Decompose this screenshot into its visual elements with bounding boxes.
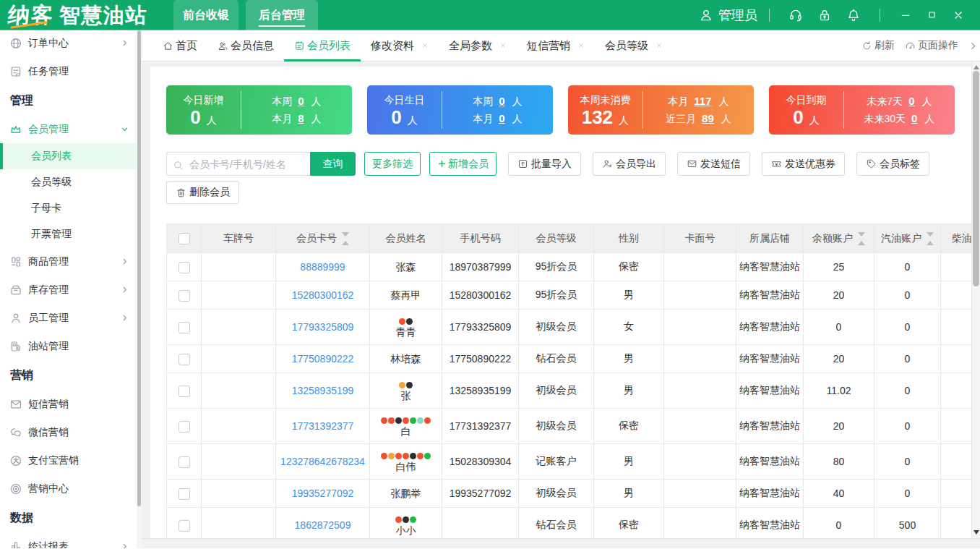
sidebar-item[interactable]: 库存管理 xyxy=(0,276,137,304)
sidebar-subitem[interactable]: 会员等级 xyxy=(0,169,137,195)
window-minimize-button[interactable] xyxy=(900,9,911,21)
window-close-button[interactable] xyxy=(953,9,964,21)
member-tag-dot xyxy=(399,382,405,388)
cell-phone: 17793325809 xyxy=(450,321,512,333)
sidebar-subitem[interactable]: 开票管理 xyxy=(0,221,137,247)
sidebar-subitem[interactable]: 会员列表 xyxy=(0,143,137,169)
scrollbar-thumb[interactable] xyxy=(973,71,979,286)
card-row-value[interactable]: 0 xyxy=(499,95,504,107)
sidebar-item[interactable]: 微信营销 xyxy=(0,418,137,446)
sidebar-item[interactable]: 员工管理 xyxy=(0,304,137,332)
notifications-button[interactable] xyxy=(846,8,861,22)
window-maximize-button[interactable] xyxy=(927,10,937,20)
member-tags-button[interactable]: 会员标签 xyxy=(856,152,929,176)
row-checkbox[interactable] xyxy=(179,456,190,468)
row-checkbox[interactable] xyxy=(179,421,190,433)
lock-screen-button[interactable] xyxy=(817,8,832,22)
search-input[interactable] xyxy=(166,152,310,176)
horizontal-scrollbar[interactable] xyxy=(142,538,980,548)
member-card-link[interactable]: 15280300162 xyxy=(292,289,354,301)
tab-label: 首页 xyxy=(176,39,197,53)
export-members-button[interactable]: 会员导出 xyxy=(593,152,666,176)
member-card-link[interactable]: 13258935199 xyxy=(292,385,354,396)
topnav-item-backend[interactable]: 后台管理 xyxy=(246,0,318,30)
more-filters-button[interactable]: 更多筛选 xyxy=(364,152,421,176)
sort-icon[interactable] xyxy=(342,232,349,245)
card-row-value[interactable]: 0 xyxy=(908,95,914,107)
refresh-button[interactable]: 刷新 xyxy=(861,39,895,52)
card-row-value[interactable]: 89 xyxy=(702,112,714,124)
card-row-value[interactable]: 0 xyxy=(298,95,304,107)
sidebar-item[interactable]: 营销中心 xyxy=(0,474,137,503)
tab-close-button[interactable] xyxy=(577,42,585,49)
delete-member-button[interactable]: 删除会员 xyxy=(166,181,239,204)
page-actions-button[interactable]: 页面操作 xyxy=(905,39,958,52)
sidebar-item[interactable]: 任务管理 xyxy=(0,57,137,85)
row-checkbox[interactable] xyxy=(179,520,190,532)
trash-icon xyxy=(176,187,186,198)
scroll-up-arrow[interactable] xyxy=(973,65,979,69)
send-coupon-button[interactable]: 发送优惠券 xyxy=(762,152,845,176)
sort-icon[interactable] xyxy=(858,232,865,245)
scroll-down-arrow[interactable] xyxy=(973,530,979,535)
member-card-link[interactable]: 17750890222 xyxy=(292,353,354,365)
user-menu[interactable]: 管理员 xyxy=(699,7,757,24)
tab-member-info[interactable]: 会员信息 xyxy=(207,30,284,61)
sidebar-scrollbar[interactable] xyxy=(137,30,142,548)
search-button[interactable]: 查询 xyxy=(310,152,356,176)
tab-close-button[interactable] xyxy=(421,42,429,49)
row-checkbox[interactable] xyxy=(179,386,190,397)
send-sms-button[interactable]: 发送短信 xyxy=(677,152,750,176)
row-checkbox[interactable] xyxy=(179,290,190,302)
member-card-link[interactable]: 123278642678234 xyxy=(280,456,365,467)
card-row-value[interactable]: 8 xyxy=(298,112,304,124)
member-card-link[interactable]: 19935277092 xyxy=(292,488,354,499)
tab-member-list[interactable]: 会员列表 xyxy=(284,30,361,61)
row-checkbox[interactable] xyxy=(179,262,190,273)
sort-icon[interactable] xyxy=(927,232,934,245)
card-row-value[interactable]: 0 xyxy=(911,112,917,124)
row-checkbox[interactable] xyxy=(179,322,190,333)
sidebar-item[interactable]: 订单中心 xyxy=(0,30,137,57)
sidebar-item-label: 支付宝营销 xyxy=(28,454,79,467)
tabbar-chevron-right[interactable] xyxy=(968,41,978,51)
sidebar-item[interactable]: 支付宝营销 xyxy=(0,446,137,474)
column-header-balance: 余额账户 xyxy=(812,232,853,245)
row-checkbox[interactable] xyxy=(179,488,190,500)
sidebar-item[interactable]: 油站管理 xyxy=(0,332,137,360)
content-area: 今日新增 0人 本周0人 本月8人 今日生日 0人 本周0人 本月0人 本周未消… xyxy=(142,61,971,538)
close-icon xyxy=(953,9,964,21)
tab-close-button[interactable] xyxy=(656,42,663,49)
cell-gender: 男 xyxy=(624,289,634,300)
select-all-checkbox[interactable] xyxy=(179,233,190,244)
tab-home[interactable]: 首页 xyxy=(152,30,207,61)
member-card-link[interactable]: 88889999 xyxy=(300,261,345,273)
vertical-scrollbar[interactable] xyxy=(971,61,980,538)
sidebar-item[interactable]: 商品管理 xyxy=(0,247,137,276)
lock-icon xyxy=(817,8,832,22)
tab-global-params[interactable]: 全局参数 xyxy=(439,30,517,61)
cell-gasoline: 0 xyxy=(905,420,911,432)
sidebar-item[interactable]: 短信营销 xyxy=(0,390,137,418)
column-header-phone: 手机号码 xyxy=(460,232,501,245)
tab-member-level[interactable]: 会员等级 xyxy=(595,30,673,61)
batch-import-button[interactable]: 批量导入 xyxy=(508,152,581,176)
card-row-value[interactable]: 0 xyxy=(499,112,504,124)
sidebar-item[interactable]: 统计报表 xyxy=(0,532,137,548)
card-row-value[interactable]: 117 xyxy=(694,95,711,107)
member-card-link[interactable]: 1862872509 xyxy=(295,519,351,531)
sidebar-subitem[interactable]: 子母卡 xyxy=(0,195,137,221)
topnav-item-frontdesk[interactable]: 前台收银 xyxy=(173,0,238,30)
cell-gasoline: 0 xyxy=(905,456,911,467)
add-member-button[interactable]: 新增会员 xyxy=(429,152,497,176)
tab-edit-profile[interactable]: 修改资料 xyxy=(361,30,439,61)
member-card-link[interactable]: 17731392377 xyxy=(292,420,354,432)
tab-sms-marketing[interactable]: 短信营销 xyxy=(517,30,595,61)
support-button[interactable] xyxy=(788,8,803,22)
cell-store: 纳客智慧油站 xyxy=(739,519,800,530)
row-checkbox[interactable] xyxy=(179,354,190,365)
member-card-link[interactable]: 17793325809 xyxy=(292,321,354,333)
tab-close-button[interactable] xyxy=(499,42,507,49)
more-filters-label: 更多筛选 xyxy=(372,158,413,171)
sidebar-item[interactable]: 会员管理 xyxy=(0,115,137,143)
